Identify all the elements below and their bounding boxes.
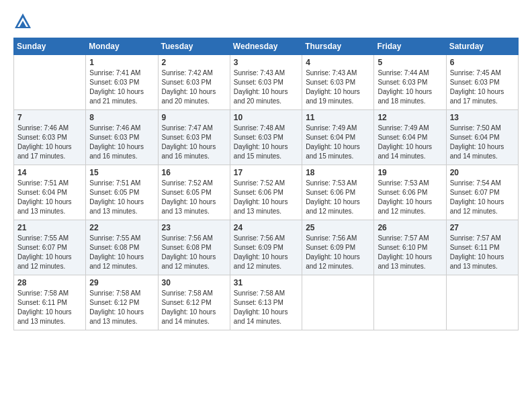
- day-number: 29: [89, 278, 154, 287]
- calendar-cell: 29Sunrise: 7:58 AM Sunset: 6:12 PM Dayli…: [86, 275, 158, 330]
- calendar-cell: [302, 275, 374, 330]
- calendar-cell: 14Sunrise: 7:51 AM Sunset: 6:04 PM Dayli…: [14, 165, 86, 220]
- day-number: 15: [89, 168, 154, 177]
- calendar-cell: 25Sunrise: 7:56 AM Sunset: 6:09 PM Dayli…: [302, 220, 374, 275]
- calendar-cell: 13Sunrise: 7:50 AM Sunset: 6:04 PM Dayli…: [446, 110, 518, 165]
- day-number: 13: [450, 113, 515, 122]
- week-row-1: 7Sunrise: 7:46 AM Sunset: 6:03 PM Daylig…: [14, 110, 519, 165]
- header-cell-tuesday: Tuesday: [158, 38, 230, 55]
- day-number: 8: [89, 113, 154, 122]
- day-info: Sunrise: 7:56 AM Sunset: 6:08 PM Dayligh…: [162, 234, 226, 271]
- day-number: 22: [89, 223, 154, 232]
- calendar-cell: 10Sunrise: 7:48 AM Sunset: 6:03 PM Dayli…: [230, 110, 302, 165]
- day-number: 31: [234, 278, 298, 287]
- calendar-body: 1Sunrise: 7:41 AM Sunset: 6:03 PM Daylig…: [14, 55, 519, 330]
- day-info: Sunrise: 7:57 AM Sunset: 6:10 PM Dayligh…: [378, 234, 442, 271]
- day-number: 16: [162, 168, 226, 177]
- day-number: 5: [378, 58, 442, 67]
- day-info: Sunrise: 7:46 AM Sunset: 6:03 PM Dayligh…: [17, 124, 82, 161]
- day-number: 7: [17, 113, 82, 122]
- logo-icon: [13, 12, 32, 31]
- day-info: Sunrise: 7:43 AM Sunset: 6:03 PM Dayligh…: [306, 68, 370, 106]
- calendar-cell: 11Sunrise: 7:49 AM Sunset: 6:04 PM Dayli…: [302, 110, 374, 165]
- calendar-table: SundayMondayTuesdayWednesdayThursdayFrid…: [13, 38, 519, 330]
- calendar-cell: 9Sunrise: 7:47 AM Sunset: 6:03 PM Daylig…: [158, 110, 230, 165]
- day-number: 21: [17, 223, 82, 232]
- day-info: Sunrise: 7:57 AM Sunset: 6:11 PM Dayligh…: [450, 234, 515, 271]
- day-info: Sunrise: 7:46 AM Sunset: 6:03 PM Dayligh…: [89, 124, 154, 161]
- day-info: Sunrise: 7:55 AM Sunset: 6:07 PM Dayligh…: [17, 234, 82, 271]
- calendar-cell: 27Sunrise: 7:57 AM Sunset: 6:11 PM Dayli…: [446, 220, 518, 275]
- day-info: Sunrise: 7:48 AM Sunset: 6:03 PM Dayligh…: [234, 124, 298, 161]
- day-info: Sunrise: 7:44 AM Sunset: 6:03 PM Dayligh…: [378, 68, 442, 106]
- header-cell-monday: Monday: [86, 38, 158, 55]
- day-info: Sunrise: 7:56 AM Sunset: 6:09 PM Dayligh…: [234, 234, 298, 271]
- day-number: 9: [162, 113, 226, 122]
- day-number: 25: [306, 223, 370, 232]
- day-number: 2: [162, 58, 226, 67]
- calendar-cell: 18Sunrise: 7:53 AM Sunset: 6:06 PM Dayli…: [302, 165, 374, 220]
- day-number: 19: [378, 168, 442, 177]
- header-cell-sunday: Sunday: [14, 38, 86, 55]
- calendar-cell: 12Sunrise: 7:49 AM Sunset: 6:04 PM Dayli…: [374, 110, 446, 165]
- day-number: 17: [234, 168, 298, 177]
- day-number: 18: [306, 168, 370, 177]
- day-info: Sunrise: 7:43 AM Sunset: 6:03 PM Dayligh…: [234, 68, 298, 106]
- day-number: 28: [17, 278, 82, 287]
- day-number: 6: [450, 58, 515, 67]
- day-info: Sunrise: 7:53 AM Sunset: 6:06 PM Dayligh…: [306, 179, 370, 216]
- header-cell-saturday: Saturday: [446, 38, 518, 55]
- day-info: Sunrise: 7:49 AM Sunset: 6:04 PM Dayligh…: [306, 124, 370, 161]
- day-info: Sunrise: 7:45 AM Sunset: 6:03 PM Dayligh…: [450, 68, 515, 106]
- calendar-cell: 16Sunrise: 7:52 AM Sunset: 6:05 PM Dayli…: [158, 165, 230, 220]
- day-number: 23: [162, 223, 226, 232]
- calendar-header-row: SundayMondayTuesdayWednesdayThursdayFrid…: [14, 38, 519, 55]
- day-number: 10: [234, 113, 298, 122]
- header-cell-thursday: Thursday: [302, 38, 374, 55]
- week-row-3: 21Sunrise: 7:55 AM Sunset: 6:07 PM Dayli…: [14, 220, 519, 275]
- header-cell-wednesday: Wednesday: [230, 38, 302, 55]
- day-info: Sunrise: 7:58 AM Sunset: 6:13 PM Dayligh…: [234, 289, 298, 326]
- calendar-cell: 4Sunrise: 7:43 AM Sunset: 6:03 PM Daylig…: [302, 55, 374, 110]
- day-info: Sunrise: 7:53 AM Sunset: 6:06 PM Dayligh…: [378, 179, 442, 216]
- day-number: 27: [450, 223, 515, 232]
- calendar-cell: [374, 275, 446, 330]
- calendar-cell: 19Sunrise: 7:53 AM Sunset: 6:06 PM Dayli…: [374, 165, 446, 220]
- calendar-cell: 17Sunrise: 7:52 AM Sunset: 6:06 PM Dayli…: [230, 165, 302, 220]
- day-info: Sunrise: 7:50 AM Sunset: 6:04 PM Dayligh…: [450, 124, 515, 161]
- day-info: Sunrise: 7:52 AM Sunset: 6:05 PM Dayligh…: [162, 179, 226, 216]
- calendar-cell: 20Sunrise: 7:54 AM Sunset: 6:07 PM Dayli…: [446, 165, 518, 220]
- day-info: Sunrise: 7:51 AM Sunset: 6:04 PM Dayligh…: [17, 179, 82, 216]
- calendar-cell: 26Sunrise: 7:57 AM Sunset: 6:10 PM Dayli…: [374, 220, 446, 275]
- calendar-cell: 5Sunrise: 7:44 AM Sunset: 6:03 PM Daylig…: [374, 55, 446, 110]
- calendar-cell: [446, 275, 518, 330]
- week-row-2: 14Sunrise: 7:51 AM Sunset: 6:04 PM Dayli…: [14, 165, 519, 220]
- calendar-cell: 23Sunrise: 7:56 AM Sunset: 6:08 PM Dayli…: [158, 220, 230, 275]
- day-info: Sunrise: 7:55 AM Sunset: 6:08 PM Dayligh…: [89, 234, 154, 271]
- day-number: 3: [234, 58, 298, 67]
- logo: [13, 12, 35, 31]
- day-info: Sunrise: 7:58 AM Sunset: 6:12 PM Dayligh…: [89, 289, 154, 326]
- day-info: Sunrise: 7:54 AM Sunset: 6:07 PM Dayligh…: [450, 179, 515, 216]
- day-info: Sunrise: 7:49 AM Sunset: 6:04 PM Dayligh…: [378, 124, 442, 161]
- day-info: Sunrise: 7:51 AM Sunset: 6:05 PM Dayligh…: [89, 179, 154, 216]
- header-cell-friday: Friday: [374, 38, 446, 55]
- day-number: 12: [378, 113, 442, 122]
- calendar-cell: [14, 55, 86, 110]
- calendar-cell: 6Sunrise: 7:45 AM Sunset: 6:03 PM Daylig…: [446, 55, 518, 110]
- day-info: Sunrise: 7:58 AM Sunset: 6:12 PM Dayligh…: [162, 289, 226, 326]
- day-info: Sunrise: 7:42 AM Sunset: 6:03 PM Dayligh…: [162, 68, 226, 106]
- day-number: 4: [306, 58, 370, 67]
- day-number: 1: [89, 58, 154, 67]
- day-info: Sunrise: 7:52 AM Sunset: 6:06 PM Dayligh…: [234, 179, 298, 216]
- calendar-cell: 1Sunrise: 7:41 AM Sunset: 6:03 PM Daylig…: [86, 55, 158, 110]
- calendar-cell: 8Sunrise: 7:46 AM Sunset: 6:03 PM Daylig…: [86, 110, 158, 165]
- week-row-4: 28Sunrise: 7:58 AM Sunset: 6:11 PM Dayli…: [14, 275, 519, 330]
- day-info: Sunrise: 7:47 AM Sunset: 6:03 PM Dayligh…: [162, 124, 226, 161]
- day-number: 26: [378, 223, 442, 232]
- day-number: 24: [234, 223, 298, 232]
- day-number: 30: [162, 278, 226, 287]
- calendar-cell: 31Sunrise: 7:58 AM Sunset: 6:13 PM Dayli…: [230, 275, 302, 330]
- day-info: Sunrise: 7:56 AM Sunset: 6:09 PM Dayligh…: [306, 234, 370, 271]
- day-number: 20: [450, 168, 515, 177]
